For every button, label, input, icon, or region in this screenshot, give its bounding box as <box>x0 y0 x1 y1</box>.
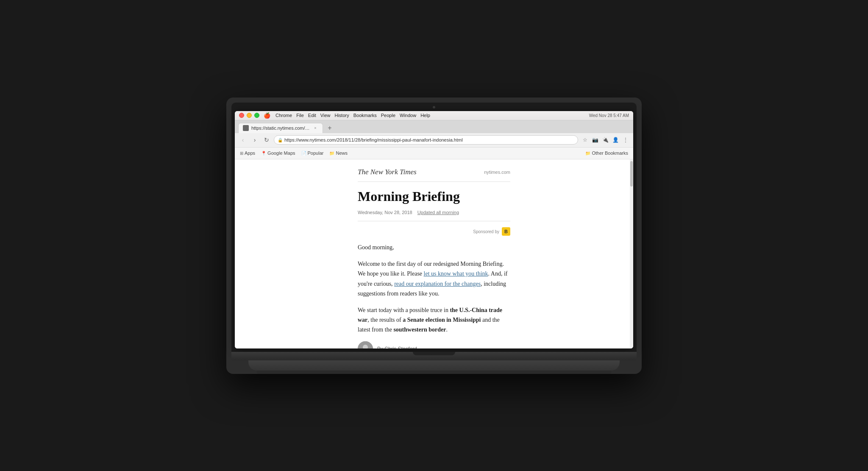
menu-file[interactable]: File <box>296 113 304 118</box>
bookmark-news[interactable]: 📁 News <box>328 150 349 156</box>
bookmark-star-icon[interactable]: ☆ <box>581 136 589 144</box>
address-bar: ‹ › ↻ 🔒 https://www.nytimes.com/2018/11/… <box>235 133 633 148</box>
news-folder-icon: 📁 <box>329 151 334 156</box>
bookmark-google-maps[interactable]: 📍 Google Maps <box>259 150 297 156</box>
tab-close-button[interactable]: × <box>312 125 318 131</box>
laptop-stand <box>248 360 620 371</box>
title-bar: 🍎 Chrome File Edit View History Bookmark… <box>235 111 633 120</box>
p2-text-middle: , the results of <box>367 317 403 323</box>
url-input[interactable]: 🔒 https://www.nytimes.com/2018/11/28/bri… <box>274 135 578 145</box>
maximize-button[interactable] <box>254 113 259 118</box>
nyt-header: The New York Times nytimes.com <box>358 168 510 182</box>
article-paragraph-2: We start today with a possible truce in … <box>358 305 510 334</box>
article-body: Good morning, Welcome to the first day o… <box>358 242 510 334</box>
author-name-text: Chris Stanford <box>384 346 417 348</box>
title-bar-menu: 🍎 Chrome File Edit View History Bookmark… <box>264 112 589 119</box>
menu-chrome[interactable]: Chrome <box>275 113 292 118</box>
author-name: By Chris Stanford <box>377 346 417 348</box>
forward-button[interactable]: › <box>250 135 259 145</box>
bookmark-news-label: News <box>336 150 348 156</box>
p2-bold-2: a Senate election in Mississippi <box>403 317 481 323</box>
camera-dot <box>433 106 435 109</box>
sponsored-text: Sponsored by <box>473 229 499 234</box>
laptop-hinge <box>413 352 455 355</box>
menu-view[interactable]: View <box>320 113 331 118</box>
profile-icon[interactable]: 👤 <box>611 136 620 144</box>
bookmark-other[interactable]: 📁 Other Bookmarks <box>584 150 630 156</box>
other-bookmarks-label: Other Bookmarks <box>592 150 628 156</box>
menu-help[interactable]: Help <box>420 113 430 118</box>
laptop-frame: 🍎 Chrome File Edit View History Bookmark… <box>226 98 642 374</box>
article-meta: Wednesday, Nov 28, 2018 Updated all morn… <box>358 210 510 215</box>
author-section: By Chris Stanford <box>358 341 510 348</box>
minimize-button[interactable] <box>247 113 252 118</box>
article-title: Morning Briefing <box>358 189 510 204</box>
bookmarks-bar: ⊞ Apps 📍 Google Maps 📄 Popular 📁 News <box>235 148 633 159</box>
bookmark-popular-label: Popular <box>308 150 324 156</box>
bookmark-apps-label: Apps <box>245 150 255 156</box>
system-tray: Wed Nov 28 5:47 AM <box>589 113 629 118</box>
screenshot-icon[interactable]: 📷 <box>591 136 599 144</box>
p2-text-end: . <box>446 326 448 333</box>
lock-icon: 🔒 <box>278 138 283 142</box>
menu-bookmarks[interactable]: Bookmarks <box>353 113 377 118</box>
article-container: The New York Times nytimes.com Morning B… <box>349 159 519 348</box>
sponsored-bar: Sponsored by B <box>358 227 510 236</box>
toolbar-actions: ☆ 📷 🔌 👤 ⋮ <box>581 136 630 144</box>
browser-window: 🍎 Chrome File Edit View History Bookmark… <box>235 111 633 348</box>
article-divider <box>358 221 510 221</box>
menu-window[interactable]: Window <box>400 113 416 118</box>
tab-favicon <box>243 125 249 131</box>
back-button[interactable]: ‹ <box>238 135 248 145</box>
sponsor-badge: B <box>502 227 510 236</box>
more-icon[interactable]: ⋮ <box>621 136 630 144</box>
content-area[interactable]: The New York Times nytimes.com Morning B… <box>235 159 633 348</box>
laptop-base <box>231 352 637 360</box>
menu-edit[interactable]: Edit <box>308 113 316 118</box>
bookmark-popular[interactable]: 📄 Popular <box>300 150 326 156</box>
article-greeting: Good morning, <box>358 242 510 252</box>
article-date: Wednesday, Nov 28, 2018 <box>358 210 412 215</box>
nyt-logo: The New York Times <box>358 168 417 176</box>
author-avatar-image <box>358 341 373 348</box>
apps-icon: ⊞ <box>240 151 243 156</box>
p2-text-before: We start today with a possible truce in <box>358 307 450 313</box>
article-paragraph-1: Welcome to the first day of our redesign… <box>358 259 510 298</box>
p1-link-1[interactable]: let us know what you think <box>424 270 488 277</box>
traffic-lights <box>239 113 259 118</box>
tab-bar: https://static.nytimes.com/em... × + <box>235 120 633 133</box>
maps-icon: 📍 <box>261 151 266 156</box>
bookmark-apps[interactable]: ⊞ Apps <box>238 150 257 156</box>
menu-history[interactable]: History <box>334 113 349 118</box>
new-tab-button[interactable]: + <box>325 123 335 133</box>
popular-icon: 📄 <box>301 151 306 156</box>
menu-people[interactable]: People <box>381 113 395 118</box>
datetime-display: Wed Nov 28 5:47 AM <box>589 113 629 118</box>
reload-button[interactable]: ↻ <box>262 135 271 145</box>
scrollbar-thumb[interactable] <box>630 161 633 187</box>
apple-menu[interactable]: 🍎 <box>264 112 270 119</box>
author-avatar <box>358 341 373 348</box>
extension-icon[interactable]: 🔌 <box>601 136 609 144</box>
scrollbar[interactable] <box>630 159 633 348</box>
active-tab[interactable]: https://static.nytimes.com/em... × <box>238 123 323 133</box>
screen-bezel: 🍎 Chrome File Edit View History Bookmark… <box>231 103 637 352</box>
close-button[interactable] <box>239 113 244 118</box>
p1-link-2[interactable]: read our explanation for the changes <box>394 281 481 287</box>
menu-bar: Chrome File Edit View History Bookmarks … <box>275 113 430 118</box>
other-bookmarks-icon: 📁 <box>585 151 590 156</box>
p2-bold-3: southwestern border <box>393 326 446 333</box>
nyt-domain: nytimes.com <box>484 170 510 175</box>
author-prefix: By <box>377 346 384 348</box>
laptop-foot <box>257 371 611 374</box>
tab-title: https://static.nytimes.com/em... <box>251 125 310 131</box>
url-text: https://www.nytimes.com/2018/11/28/brief… <box>284 137 574 142</box>
article-updated[interactable]: Updated all morning <box>417 210 459 215</box>
bookmark-maps-label: Google Maps <box>267 150 295 156</box>
